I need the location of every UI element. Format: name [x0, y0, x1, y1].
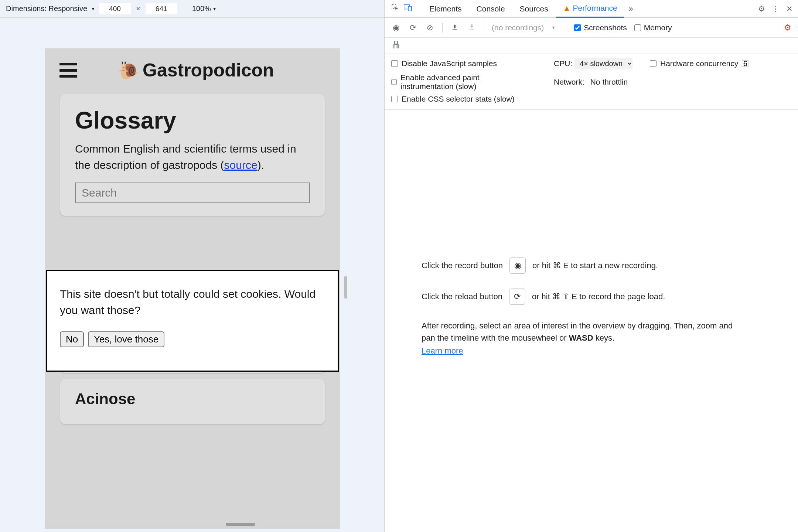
hw-concurrency-input[interactable] — [742, 60, 748, 67]
inspect-icon[interactable] — [390, 4, 401, 13]
entry-term: Acinose — [75, 390, 310, 408]
disable-js-checkbox[interactable]: Disable JavaScript samples — [391, 59, 554, 68]
source-link[interactable]: source — [224, 159, 258, 171]
hw-concurrency-checkbox[interactable]: Hardware concurrency — [650, 59, 791, 68]
after-recording-text: After recording, select an area of inter… — [422, 320, 747, 344]
tab-console[interactable]: Console — [470, 0, 512, 18]
x-sep: × — [136, 4, 140, 13]
more-tabs-icon[interactable]: » — [625, 4, 637, 14]
resize-handle-bottom[interactable] — [226, 523, 255, 526]
cookie-yes-button[interactable]: Yes, love those — [88, 331, 164, 347]
cookie-dialog: This site doesn't but totally could set … — [46, 270, 339, 372]
reload-icon[interactable]: ⟳ — [509, 289, 525, 305]
height-input[interactable] — [146, 3, 177, 14]
memory-checkbox[interactable]: Memory — [634, 23, 672, 32]
upload-icon[interactable] — [450, 23, 460, 32]
download-icon[interactable] — [467, 23, 477, 32]
glossary-card: Glossary Common English and scientific t… — [60, 94, 325, 216]
warning-icon: ▲ — [563, 4, 571, 13]
perf-empty-state: Click the record button ◉ or hit ⌘ E to … — [385, 110, 798, 532]
device-toggle-icon[interactable] — [402, 4, 413, 13]
dimensions-label[interactable]: Dimensions: Responsive — [6, 4, 87, 13]
reload-hint-pre: Click the reload button — [422, 292, 502, 301]
cpu-select[interactable]: 4× slowdown — [574, 58, 632, 69]
kebab-icon[interactable]: ⋮ — [772, 4, 780, 13]
perf-toolbar: ◉ ⟳ ⊘ (no recordings) ▼ Screenshots Memo… — [385, 18, 798, 38]
tab-elements[interactable]: Elements — [423, 0, 468, 18]
search-input[interactable] — [75, 183, 310, 203]
svg-rect-3 — [453, 29, 457, 30]
zoom-label[interactable]: 100% — [192, 4, 211, 13]
svg-rect-4 — [470, 29, 474, 30]
perf-toolbar-2 — [385, 38, 798, 54]
network-label: Network: — [554, 78, 584, 86]
record-hint-pre: Click the record button — [422, 261, 503, 270]
learn-more-link[interactable]: Learn more — [422, 346, 463, 356]
cpu-label: CPU: — [554, 59, 572, 68]
cookie-text: This site doesn't but totally could set … — [60, 286, 325, 318]
stop-icon[interactable]: ⊘ — [425, 23, 435, 32]
css-selector-checkbox[interactable]: Enable CSS selector stats (slow) — [391, 95, 554, 103]
glossary-desc: Common English and scientific terms used… — [75, 141, 310, 173]
reload-hint-post: or hit ⌘ ⇧ E to record the page load. — [532, 292, 665, 301]
tab-sources[interactable]: Sources — [513, 0, 555, 18]
width-input[interactable] — [99, 3, 131, 14]
record-icon[interactable]: ◉ — [509, 258, 526, 274]
devtools-panel: Elements Console Sources ▲ Performance »… — [384, 0, 798, 532]
svg-rect-2 — [408, 6, 412, 11]
record-hint-post: or hit ⌘ E to start a new recording. — [532, 261, 658, 270]
tab-performance[interactable]: ▲ Performance — [556, 0, 624, 18]
chevron-down-icon[interactable]: ▼ — [551, 25, 556, 30]
paint-instr-checkbox[interactable]: Enable advanced paint instrumentation (s… — [391, 73, 532, 91]
site-title: 🐌 Gastropodicon — [118, 59, 274, 81]
menu-icon[interactable] — [59, 63, 77, 78]
snail-icon: 🐌 — [118, 60, 139, 80]
site-title-text: Gastropodicon — [143, 59, 274, 81]
network-value[interactable]: No throttlin — [590, 78, 628, 86]
no-recordings-label: (no recordings) — [492, 23, 544, 32]
reload-icon[interactable]: ⟳ — [408, 23, 418, 32]
entry-card: Acinose — [60, 379, 325, 424]
glossary-heading: Glossary — [75, 107, 310, 134]
screenshots-checkbox[interactable]: Screenshots — [574, 23, 627, 32]
chevron-down-icon[interactable]: ▼ — [91, 6, 95, 11]
viewport-area: 🐌 Gastropodicon Glossary Common English … — [0, 18, 384, 532]
resize-handle-right[interactable] — [344, 276, 347, 299]
gear-icon[interactable]: ⚙ — [784, 23, 791, 33]
gear-icon[interactable]: ⚙ — [758, 4, 765, 13]
chevron-down-icon[interactable]: ▼ — [212, 6, 217, 11]
perf-settings: Disable JavaScript samples CPU: 4× slowd… — [385, 54, 798, 110]
cookie-no-button[interactable]: No — [60, 331, 84, 347]
record-icon[interactable]: ◉ — [391, 23, 401, 32]
close-icon[interactable]: ✕ — [786, 4, 793, 13]
svg-rect-5 — [395, 41, 398, 44]
devtools-tabs: Elements Console Sources ▲ Performance »… — [385, 0, 798, 18]
clear-icon[interactable] — [391, 41, 401, 51]
